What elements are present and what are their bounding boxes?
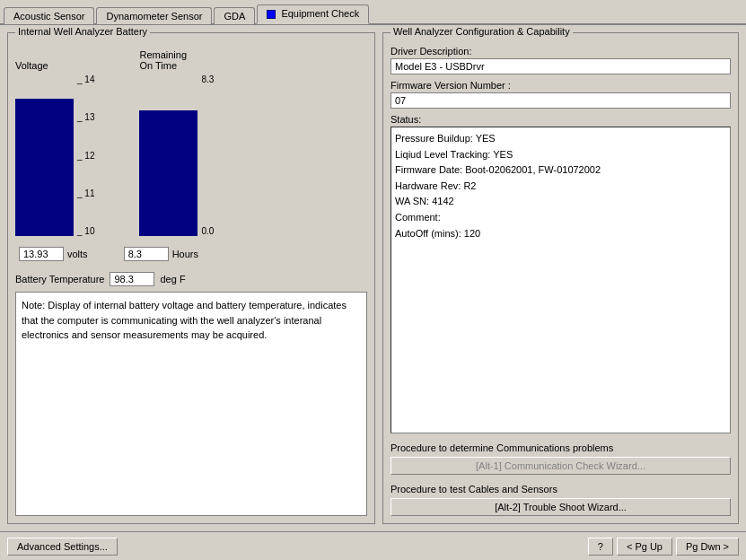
battery-group: Internal Well Analyzer Battery Voltage _… [7,32,375,524]
driver-label: Driver Description: [391,46,731,57]
config-group: Well Analyzer Configuration & Capability… [382,32,739,524]
remaining-tick-bottom: 0.0 [201,226,214,236]
remaining-bar [139,110,197,236]
equipment-check-icon [267,10,276,19]
note-text: Note: Display of internal battery voltag… [22,300,347,340]
voltage-tick-14: _ 14 [77,74,94,84]
voltage-tick-11: _ 11 [77,188,94,198]
advanced-settings-button[interactable]: Advanced Settings... [7,538,118,556]
comms-label: Procedure to determine Communications pr… [391,442,731,453]
status-line-6: Comment: [395,210,726,226]
tab-acoustic-label: Acoustic Sensor [13,11,84,22]
remaining-reading: 8.3 Hours [124,247,198,261]
tab-gda-label: GDA [224,11,245,22]
remaining-value: 8.3 [124,247,169,261]
temp-row: Battery Temperature 98.3 deg F [15,272,367,286]
pgup-button[interactable]: < Pg Up [617,538,672,556]
remaining-label: Remaining On Time [139,49,187,71]
remaining-axis: 8.3 0.0 [197,74,214,236]
driver-section: Driver Description: [391,46,731,74]
status-line-2: Liqiud Level Tracking: YES [395,147,726,163]
voltage-label: Voltage [15,60,48,71]
cables-button[interactable]: [Alt-2] Trouble Shoot Wizard... [391,498,731,516]
voltage-tick-10: _ 10 [77,226,94,236]
comms-button[interactable]: [Alt-1] Communication Check Wizard... [391,457,731,475]
tab-equipment[interactable]: Equipment Check [257,4,369,24]
status-line-1: Pressure Buildup: YES [395,131,726,147]
charts-row: Voltage _ 10 _ 11 _ 12 _ 13 _ 14 [15,46,367,240]
remaining-unit: Hours [172,249,198,259]
voltage-reading: 13.93 volts [19,247,88,261]
firmware-input[interactable] [391,92,731,109]
status-line-3: Firmware Date: Boot-02062001, FW-0107200… [395,162,726,179]
temp-value: 98.3 [110,272,154,286]
cables-section: Procedure to test Cables and Sensors [Al… [391,480,731,516]
status-line-7: AutoOff (mins): 120 [395,226,726,242]
config-group-title: Well Analyzer Configuration & Capability [391,26,573,37]
status-section: Status: Pressure Buildup: YES Liqiud Lev… [391,114,731,433]
help-button[interactable]: ? [588,538,613,556]
driver-input[interactable] [391,58,731,74]
voltage-tick-12: _ 12 [77,151,94,161]
remaining-chart: Remaining On Time 8.3 0.0 [139,49,214,236]
right-panel: Well Analyzer Configuration & Capability… [382,32,739,524]
remaining-tick-top: 8.3 [201,74,214,84]
bottom-bar: Advanced Settings... ? < Pg Up Pg Dwn > [0,531,746,560]
voltage-value: 13.93 [19,247,64,261]
voltage-unit: volts [67,249,88,259]
voltage-tick-13: _ 13 [77,112,94,122]
bottom-right-buttons: ? < Pg Up Pg Dwn > [588,538,739,556]
voltage-axis: _ 10 _ 11 _ 12 _ 13 _ 14 [74,74,94,236]
temp-unit: deg F [160,274,185,284]
voltage-chart: Voltage _ 10 _ 11 _ 12 _ 13 _ 14 [15,60,94,236]
status-label: Status: [391,114,731,125]
main-content: Internal Well Analyzer Battery Voltage _… [0,25,746,531]
tab-bar: Acoustic Sensor Dynamometer Sensor GDA E… [0,0,746,25]
tab-dynamometer-label: Dynamometer Sensor [106,11,202,22]
reading-row: 13.93 volts 8.3 Hours [15,247,367,261]
firmware-label: Firmware Version Number : [391,80,731,91]
tab-gda[interactable]: GDA [214,7,255,24]
firmware-section: Firmware Version Number : [391,80,731,109]
comms-section: Procedure to determine Communications pr… [391,439,731,475]
cables-label: Procedure to test Cables and Sensors [391,484,731,494]
status-box: Pressure Buildup: YES Liqiud Level Track… [391,127,731,433]
tab-dynamometer[interactable]: Dynamometer Sensor [96,7,212,24]
tab-equipment-label: Equipment Check [281,8,359,19]
voltage-bar [15,99,74,236]
battery-group-title: Internal Well Analyzer Battery [15,26,150,37]
note-box: Note: Display of internal battery voltag… [15,292,367,516]
status-line-4: Hardware Rev: R2 [395,179,726,195]
temp-label: Battery Temperature [15,274,104,284]
pgdn-button[interactable]: Pg Dwn > [676,538,739,556]
status-line-5: WA SN: 4142 [395,194,726,210]
tab-acoustic[interactable]: Acoustic Sensor [4,7,94,24]
left-panel: Internal Well Analyzer Battery Voltage _… [7,32,375,524]
